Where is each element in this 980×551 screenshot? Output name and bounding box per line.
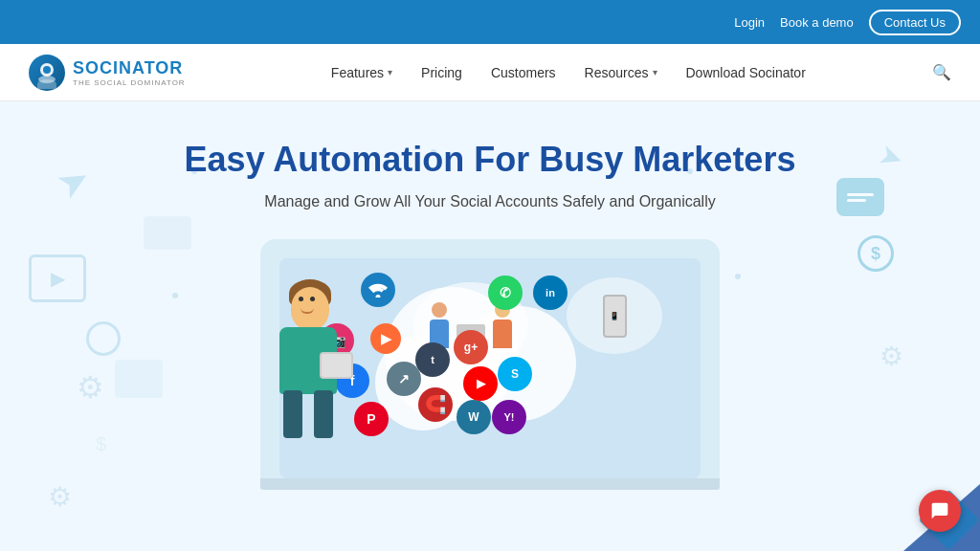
nav-pricing[interactable]: Pricing: [421, 65, 462, 80]
dot-5: [735, 274, 741, 279]
wordpress-icon: W: [457, 400, 491, 434]
svg-point-1: [38, 76, 56, 83]
main-nav: Features ▾ Pricing Customers Resources ▾…: [224, 65, 913, 80]
svg-point-2: [43, 66, 51, 74]
skype-icon: S: [498, 357, 532, 391]
arrow-decoration-2: ➤: [875, 137, 908, 176]
contact-us-button[interactable]: Contact Us: [869, 10, 961, 35]
hero-section: ➤ ➤ ▶ $ ⚙ ⚙ ⚙ $ Easy Automation For Busy…: [0, 101, 980, 551]
laptop-bottom: [260, 478, 720, 490]
chat-bubble-decoration: [836, 178, 884, 216]
logo-text: SOCINATOR: [73, 58, 183, 77]
arrow-decoration-1: ➤: [49, 154, 99, 209]
logo-subtext: THE SOCIAL DOMINATOR: [73, 78, 186, 87]
nav-customers[interactable]: Customers: [491, 65, 556, 80]
gplus-icon: g+: [454, 330, 488, 364]
nav-bar: SOCINATOR THE SOCIAL DOMINATOR Features …: [0, 44, 980, 101]
tumblr-icon: t: [415, 342, 450, 377]
note-decoration-2: [144, 216, 191, 250]
resources-chevron-icon: ▾: [653, 67, 657, 77]
nav-download[interactable]: Download Socinator: [686, 65, 806, 80]
phone-bubble: 📱: [567, 277, 662, 354]
magnet-icon: 🧲: [418, 387, 453, 422]
gear-decoration-1: ⚙: [77, 369, 104, 406]
hero-subtitle: Manage and Grow All Your Social Accounts…: [264, 193, 715, 210]
clock-decoration: [86, 321, 121, 356]
logo-icon: [29, 55, 65, 91]
play-decoration: ▶: [29, 254, 86, 302]
top-bar: Login Book a demo Contact Us: [0, 0, 980, 44]
whatsapp-icon: ✆: [488, 276, 523, 310]
person-tablet: [320, 352, 353, 379]
nav-resources[interactable]: Resources ▾: [585, 65, 657, 80]
person-head: [291, 287, 329, 330]
person-leg-left: [283, 390, 302, 438]
search-icon[interactable]: 🔍: [932, 63, 951, 81]
book-demo-link[interactable]: Book a demo: [780, 15, 854, 30]
gear-decoration-2: ⚙: [880, 341, 903, 372]
note-decoration-1: [115, 360, 163, 398]
person-illustration: [279, 287, 394, 478]
chat-button[interactable]: [919, 490, 961, 532]
dollar-decoration: $: [858, 235, 894, 272]
yahoo-icon: Y!: [492, 400, 526, 434]
dollar-sign-left: $: [96, 433, 106, 455]
laptop-screen: 📱 📷 ▶ f P ↗ 🧲 W ▶ Y! S g+ ✆ in t: [279, 258, 701, 478]
hero-title: Easy Automation For Busy Marketers: [185, 140, 796, 180]
features-chevron-icon: ▾: [388, 67, 392, 77]
dot-4: [172, 293, 178, 298]
person-leg-right: [314, 390, 333, 438]
linkedin-icon: in: [533, 276, 568, 310]
gear-decoration-3: ⚙: [48, 481, 72, 513]
logo[interactable]: SOCINATOR THE SOCIAL DOMINATOR: [29, 55, 186, 91]
laptop-illustration: 📱 📷 ▶ f P ↗ 🧲 W ▶ Y! S g+ ✆ in t: [260, 239, 720, 490]
nav-features[interactable]: Features ▾: [331, 65, 392, 80]
login-link[interactable]: Login: [734, 15, 765, 30]
youtube-icon: ▶: [463, 366, 498, 401]
